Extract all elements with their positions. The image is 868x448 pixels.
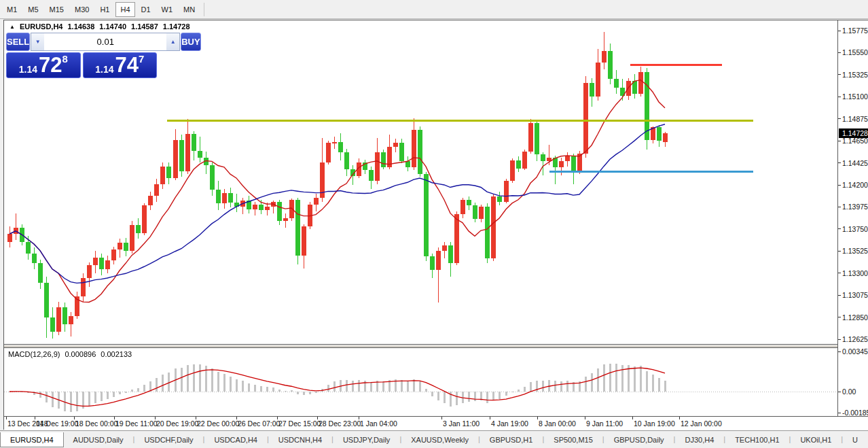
time-axis-label: 26 Dec 07:00 [238, 419, 280, 428]
time-axis-label: 28 Dec 23:00 [319, 419, 361, 428]
time-axis-tick [114, 417, 115, 419]
time-axis-tick [317, 417, 318, 419]
timeframe-toolbar: M1M5M15M30H1H4D1W1MN [0, 0, 868, 19]
time-axis-tick [679, 417, 680, 419]
buy-price-box[interactable]: 1.14 74 7 [83, 52, 158, 78]
macd-indicator-pane[interactable]: MACD(12,26,9) 0.000896 0.002133 [4, 347, 837, 416]
lot-increment-button[interactable]: ▲ [166, 33, 179, 50]
price-axis-label: 1.12625 [838, 335, 868, 344]
chart-tab-sp500-m15[interactable]: SP500,M15 [544, 432, 602, 447]
timeframe-button-m15[interactable]: M15 [45, 2, 69, 17]
macd-chart-canvas[interactable] [4, 348, 837, 416]
time-axis-tick [155, 417, 156, 419]
chart-tab-ukoil-h1[interactable]: UKOil,H1 [791, 432, 841, 447]
time-axis-label: 8 Jan 00:00 [539, 419, 576, 428]
time-axis-tick [196, 417, 196, 419]
chart-title: ▲ EURUSD,H4 1.14638 1.14740 1.14587 1.14… [10, 22, 190, 31]
price-axis-label: 1.13750 [838, 224, 868, 233]
chart-tab-bar: EURUSD,H4AUDUSD,Daily|USDCHF,Daily|USDCA… [0, 430, 868, 448]
time-axis-tick [277, 417, 278, 419]
chart-tab-audusd-daily[interactable]: AUDUSD,Daily [64, 432, 133, 447]
price-axis-label: 1.14425 [838, 158, 868, 167]
timeframe-button-d1[interactable]: D1 [137, 2, 156, 17]
time-axis-tick [74, 417, 75, 419]
toolbar-separator [204, 3, 204, 16]
time-axis-tick [441, 417, 442, 419]
timeframe-button-h4[interactable]: H4 [115, 2, 134, 17]
time-axis-label: 1 Jan 04:00 [360, 419, 397, 428]
timeframe-button-mn[interactable]: MN [179, 2, 200, 17]
price-axis-label: 1.12850 [838, 313, 868, 322]
chart-symbol-label: EURUSD,H4 [20, 22, 63, 31]
macd-axis-label: 0.00 [838, 387, 856, 396]
chart-window: ▲ EURUSD,H4 1.14638 1.14740 1.14587 1.14… [3, 20, 868, 430]
time-axis-label: 12 Jan 00:00 [681, 419, 722, 428]
chart-tab-gbpusd-h1[interactable]: GBPUSD,H1 [480, 432, 543, 447]
price-axis-label: 1.14650 [838, 137, 868, 145]
price-axis[interactable]: 1.14728 1.157751.155501.153251.151001.14… [837, 20, 868, 416]
price-axis-label: 1.14200 [838, 181, 868, 190]
time-axis-tick [236, 417, 237, 419]
price-axis-label: 1.15550 [838, 48, 868, 57]
time-axis-tick [632, 417, 633, 419]
price-axis-label: 1.13525 [838, 247, 868, 256]
time-axis-tick [359, 417, 359, 419]
price-axis-label: 1.15100 [838, 92, 868, 101]
chart-tab-xauusd-weekly[interactable]: XAUUSD,Weekly [401, 432, 478, 447]
tabs-container: EURUSD,H4AUDUSD,Daily|USDCHF,Daily|USDCA… [0, 431, 867, 448]
chart-tab-usdjpy-daily[interactable]: USDJPY,Daily [333, 432, 400, 447]
macd-main-value: 0.000896 [65, 350, 96, 358]
sell-price-prefix: 1.14 [19, 64, 37, 75]
buy-button[interactable]: BUY [181, 33, 200, 51]
timeframe-button-m30[interactable]: M30 [70, 2, 94, 17]
timeframe-button-w1[interactable]: W1 [157, 2, 178, 17]
timeframe-button-m5[interactable]: M5 [23, 2, 43, 17]
sell-price-pips: 72 [39, 55, 62, 75]
sell-price-box[interactable]: 1.14 72 8 [6, 52, 81, 78]
price-axis-label: 1.13075 [838, 291, 868, 300]
sell-button[interactable]: SELL [6, 33, 30, 51]
macd-signal-value: 0.002133 [101, 350, 132, 358]
lot-size-input[interactable] [44, 33, 166, 50]
time-axis-label: 27 Dec 15:00 [278, 419, 321, 428]
time-axis-label: 9 Jan 11:00 [586, 419, 623, 428]
time-axis-tick [585, 417, 585, 419]
timeframe-button-h1[interactable]: H1 [95, 2, 114, 17]
time-axis-label: 3 Jan 11:00 [443, 419, 480, 428]
chart-tab-u[interactable]: U [843, 432, 867, 447]
timeframe-button-m1[interactable]: M1 [2, 2, 22, 17]
time-axis-label: 19 Dec 11:00 [115, 419, 158, 428]
time-axis-tick [6, 417, 7, 419]
macd-axis-label: 0.003452 [838, 347, 868, 356]
time-axis-tick [490, 417, 490, 419]
time-axis-label: 18 Dec 00:00 [75, 419, 117, 428]
buy-price-pips: 74 [115, 55, 138, 75]
chart-tab-gbpusd-daily[interactable]: GBPUSD,Daily [604, 432, 674, 447]
chart-tab-tech100-h1[interactable]: TECH100,H1 [725, 432, 789, 447]
price-axis-label: 1.13300 [838, 269, 868, 277]
time-axis-label: 4 Jan 19:00 [491, 419, 528, 428]
time-axis-label: 20 Dec 19:00 [156, 419, 198, 428]
chart-tab-usdcnh-h4[interactable]: USDCNH,H4 [269, 432, 331, 447]
chart-tab-usdcad-h4[interactable]: USDCAD,H4 [204, 432, 267, 447]
chart-collapse-icon[interactable]: ▲ [10, 24, 15, 30]
price-axis-label: 1.15325 [838, 70, 868, 79]
macd-name: MACD(12,26,9) [8, 350, 60, 358]
chart-tab-usdchf-daily[interactable]: USDCHF,Daily [134, 432, 202, 447]
main-chart-pane[interactable]: ▲ EURUSD,H4 1.14638 1.14740 1.14587 1.14… [4, 20, 837, 345]
chart-tab-eurusd-h4[interactable]: EURUSD,H4 [0, 432, 64, 447]
time-axis-tick [35, 417, 35, 419]
time-axis-label: 22 Dec 00:00 [197, 419, 239, 428]
chart-high-value: 1.14740 [99, 22, 126, 31]
sell-price-point: 8 [62, 54, 67, 64]
lot-decrement-button[interactable]: ▼ [31, 33, 44, 50]
price-axis-label: 1.13975 [838, 203, 868, 211]
buy-price-prefix: 1.14 [95, 64, 113, 75]
time-axis-label: 10 Jan 19:00 [634, 419, 675, 428]
time-axis-tick [537, 417, 538, 419]
time-axis[interactable]: 13 Dec 201814 Dec 19:0018 Dec 00:0019 De… [4, 416, 868, 430]
price-axis-label: 1.15775 [838, 27, 868, 35]
price-axis-label: 1.14875 [838, 114, 868, 123]
time-axis-label: 14 Dec 19:00 [36, 419, 78, 428]
chart-tab-dj30-h4[interactable]: DJ30,H4 [675, 432, 723, 447]
